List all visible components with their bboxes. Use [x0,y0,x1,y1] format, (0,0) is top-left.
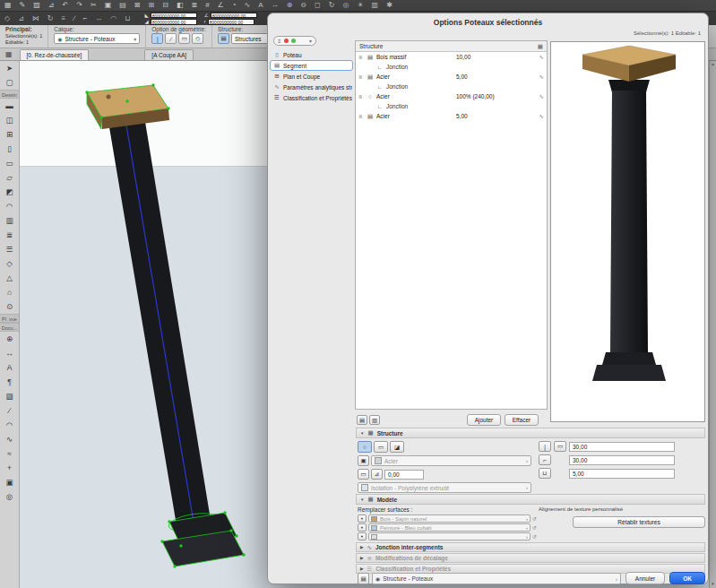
surface-toggle-button[interactable]: ▾ [358,514,367,523]
coordinate-value[interactable]: 80000000000,00 [151,19,197,25]
camera-tool[interactable]: ◎ [1,489,19,504]
tree-item[interactable]: ▤ Segment [270,60,353,71]
door-tool[interactable]: ◫ [1,113,19,127]
window-grid-icon[interactable]: ▦ [5,50,13,58]
zoom-in-icon[interactable]: ⊕ [287,0,293,11]
insulation-combo[interactable]: Isolation - Polystyrène extrudé › [358,482,531,493]
favorites-menu[interactable]: ≡ ▾ [273,36,316,46]
hatch-icon[interactable]: ▨ [33,0,40,11]
transform-icon[interactable]: ⊿ [18,13,24,24]
select-tool[interactable]: ➤ [1,61,19,75]
geometry-profile-button[interactable]: ◇ [192,33,203,44]
drag-handle-icon[interactable]: ≣ [358,114,364,119]
zoom-out-icon[interactable]: ⊖ [300,0,306,11]
section-jonction-inter-segments[interactable]: ▶ ∿ Jonction inter-segments [356,542,705,552]
surface-combo[interactable]: Bois - Sapin naturel › [368,514,531,523]
figure-tool[interactable]: ▣ [1,475,19,489]
stretch-icon[interactable]: ↔ [95,13,102,24]
delete-button[interactable]: Effacer [505,414,539,426]
zone-tool[interactable]: ⌂ [1,285,19,299]
tree-item[interactable]: ∿ Paramètres analytiques stru... [270,82,353,92]
fillet-icon[interactable]: ◠ [110,13,116,24]
row-value[interactable]: 5,00 [456,74,531,80]
vertical-scrollbar[interactable]: ▲ ▼ [709,61,716,588]
section-structure[interactable]: ▼ ▦ Structure [356,428,705,438]
fill-tool[interactable]: ▨ [1,389,19,403]
split-icon[interactable]: ⌐ [83,13,88,24]
offset-button-2[interactable]: ⊿ [371,469,383,480]
magnet-icon[interactable]: ◔ [232,0,237,11]
hotspot-tool[interactable]: + [1,461,19,475]
rotate-icon[interactable]: ↻ [47,13,54,24]
pen-icon[interactable]: ✎ [20,0,26,11]
ungroup-icon[interactable]: ⊟ [162,0,168,11]
geometry-slanted-button[interactable]: ∕ [165,33,177,44]
surface-toggle-button[interactable]: ▾ [358,523,367,532]
settings-icon[interactable]: ✱ [386,0,393,11]
lamp-tool[interactable]: ⊕ [1,332,19,346]
angle-coordinate-field[interactable]: ∠ 80000000000,00 [204,13,257,19]
stair-tool[interactable]: ≣ [1,228,19,242]
shape-circle-button[interactable]: ○ [358,441,372,453]
camera-icon[interactable]: ◎ [342,0,349,11]
segment-height-field[interactable]: 30,00 [569,442,675,452]
coordinate-value[interactable]: 80000000000,00 [211,13,257,19]
offset-button-1[interactable]: ▭ [358,469,369,480]
radius-coordinate-field[interactable]: r 80000000000,00 [204,19,257,25]
section-modele[interactable]: ▼ ▦ Modèle [356,494,705,505]
reset-surface-icon[interactable]: ↺ [532,533,537,540]
undo-icon[interactable]: ↶ [63,0,69,11]
guideline-icon[interactable]: ∠ [218,0,224,11]
coordinate-value[interactable]: 80000000000,00 [151,13,197,19]
spline-tool[interactable]: ≈ [1,446,19,461]
curtain-wall-tool[interactable]: ▥ [1,213,19,228]
drag-handle-icon[interactable]: ≣ [358,94,364,99]
tree-item[interactable]: ☰ Classification et Propriétés [270,92,353,103]
align-icon[interactable]: ≡ [62,13,66,24]
segment-width-field[interactable]: 30,00 [569,455,675,465]
grid-snap-icon[interactable]: # [205,0,209,11]
footer-layer-icon-button[interactable]: ▤ [358,573,369,584]
shape-rect-button[interactable]: ▭ [374,441,388,453]
ruler-icon[interactable]: ⊿ [48,0,55,11]
column-preview[interactable] [550,41,705,422]
object-tool[interactable]: ⊙ [1,299,19,314]
surface-combo[interactable]: › [368,532,531,540]
window-tool[interactable]: ⊞ [1,127,19,142]
material-picker-button[interactable]: ▣ [358,455,369,466]
geometry-vertical-button[interactable]: | [151,33,163,44]
ok-button[interactable]: OK [669,572,705,584]
list-view-button[interactable]: ▤ [357,415,367,425]
dimension-icon[interactable]: ↔ [272,0,279,11]
roof-tool[interactable]: ◩ [1,185,19,199]
structure-row[interactable]: ≣ ▤ Bois massif 10,00 ∿ [356,52,547,62]
footer-layer-combo[interactable]: ◉ Structure - Poteaux › [372,573,621,584]
layers-icon[interactable]: ≣ [191,0,197,11]
line-tool[interactable]: ∕ [1,403,19,418]
reset-surface-icon[interactable]: ↺ [532,515,537,522]
scroll-down-icon[interactable]: ▼ [711,581,714,588]
marquee-tool[interactable]: ▢ [1,75,19,90]
layer-dropdown[interactable]: ◉ Structure - Poteaux ▾ [54,33,140,44]
add-button[interactable]: Ajouter [467,414,501,426]
dim-icon-button-2[interactable]: ▭ [554,441,566,452]
mirror-icon[interactable]: ⋈ [32,13,39,24]
surface-override-row[interactable]: ▾ Peinture - Bleu cobalt › ↺ [358,523,537,532]
drag-handle-icon[interactable]: ≣ [358,55,364,60]
row-value[interactable]: 100% (240,00) [456,93,531,99]
segment-thickness-field[interactable]: 5,00 [569,469,675,479]
arc-tool[interactable]: ◠ [1,418,19,432]
trim-icon[interactable]: ∕ [73,13,74,24]
coordinate-value[interactable]: 80000000000,00 [208,19,254,25]
dim-icon-button[interactable]: | [539,441,551,452]
cut-icon[interactable]: ✂ [91,0,97,11]
surface-toggle-button[interactable]: ▾ [358,532,367,540]
structure-display-button[interactable]: ▤ [218,33,229,44]
structure-row[interactable]: ≣ ▤ Acier 5,00 ∿ [356,72,547,82]
column-tool[interactable]: ▯ [1,142,19,156]
scroll-up-icon[interactable]: ▲ [711,61,714,68]
wall-tool[interactable]: ▬ [1,99,19,113]
row-value[interactable]: 10,00 [456,54,531,60]
structure-row[interactable]: ≣ ∟ Jonction [356,82,547,91]
shell-tool[interactable]: ◠ [1,199,19,213]
